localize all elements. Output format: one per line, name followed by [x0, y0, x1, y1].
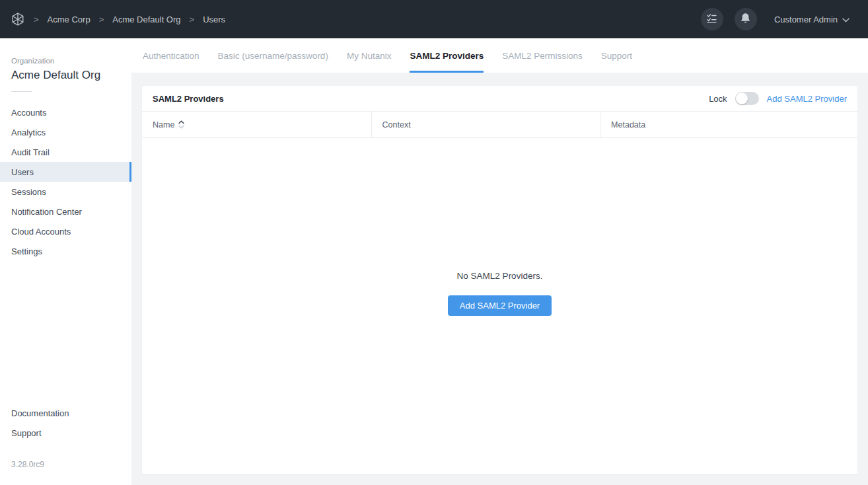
tab-basic[interactable]: Basic (username/password) — [218, 38, 328, 73]
tab-label: SAML2 Providers — [410, 51, 484, 61]
column-label: Context — [382, 120, 411, 130]
tab-saml2-permissions[interactable]: SAML2 Permissions — [502, 38, 583, 73]
topbar-actions: Customer Admin — [690, 8, 850, 30]
sidebar-item-label: Audit Trail — [11, 147, 50, 157]
tab-label: Authentication — [143, 51, 199, 61]
breadcrumb: > Acme Corp > Acme Default Org > Users — [11, 12, 225, 26]
toggle-knob — [736, 93, 748, 104]
tab-authentication[interactable]: Authentication — [143, 38, 199, 73]
sidebar-item-users[interactable]: Users — [0, 162, 131, 182]
sidebar-item-label: Support — [11, 428, 42, 438]
saml2-providers-panel: SAML2 Providers Lock Add SAML2 Provider … — [142, 86, 857, 474]
sidebar-nav: Accounts Analytics Audit Trail Users Ses… — [0, 102, 131, 261]
tab-support[interactable]: Support — [601, 38, 632, 73]
org-name: Acme Default Org — [0, 69, 131, 82]
panel-title: SAML2 Providers — [153, 94, 224, 104]
sidebar-item-cloud-accounts[interactable]: Cloud Accounts — [0, 221, 131, 241]
chevron-down-icon — [842, 15, 850, 24]
tab-label: SAML2 Permissions — [502, 51, 583, 61]
tasks-button[interactable] — [701, 8, 723, 30]
column-header-context: Context — [371, 112, 600, 137]
sidebar-item-accounts[interactable]: Accounts — [0, 102, 131, 122]
empty-state: No SAML2 Providers. Add SAML2 Provider — [142, 138, 857, 474]
sidebar-item-label: Analytics — [11, 128, 46, 137]
tab-my-nutanix[interactable]: My Nutanix — [347, 38, 392, 73]
sidebar-divider — [11, 91, 32, 92]
sidebar-item-label: Accounts — [11, 108, 46, 118]
column-label: Name — [153, 120, 174, 130]
sidebar-spacer — [0, 261, 131, 403]
user-menu-label: Customer Admin — [774, 15, 838, 24]
breadcrumb-separator: > — [99, 15, 104, 24]
content-area: Authentication Basic (username/password)… — [131, 38, 868, 485]
table-header-row: Name Context Metadata — [142, 112, 857, 138]
breadcrumb-separator: > — [34, 15, 39, 24]
breadcrumb-separator: > — [190, 15, 195, 24]
column-label: Metadata — [611, 120, 645, 130]
version-label: 3.28.0rc9 — [0, 460, 131, 485]
sidebar-item-settings[interactable]: Settings — [0, 241, 131, 261]
sidebar-footer: Documentation Support — [0, 403, 131, 443]
tab-label: Support — [601, 51, 632, 61]
sidebar-item-audit-trail[interactable]: Audit Trail — [0, 142, 131, 162]
org-section-label: Organization — [0, 57, 131, 65]
notifications-button[interactable] — [735, 8, 757, 30]
sidebar-item-label: Settings — [11, 246, 42, 256]
lock-toggle[interactable] — [735, 92, 759, 105]
tab-label: Basic (username/password) — [218, 51, 328, 61]
column-header-metadata: Metadata — [600, 112, 857, 137]
add-saml2-provider-button[interactable]: Add SAML2 Provider — [448, 295, 552, 316]
sort-icon — [178, 120, 184, 129]
app-logo-icon[interactable] — [11, 12, 25, 26]
sidebar-item-notification-center[interactable]: Notification Center — [0, 202, 131, 221]
add-saml2-provider-link[interactable]: Add SAML2 Provider — [767, 94, 847, 104]
sidebar-item-label: Users — [11, 167, 34, 177]
column-header-name[interactable]: Name — [142, 112, 371, 137]
tab-bar: Authentication Basic (username/password)… — [131, 38, 868, 73]
tab-saml2-providers[interactable]: SAML2 Providers — [410, 38, 484, 73]
lock-label: Lock — [709, 94, 727, 104]
app-body: Organization Acme Default Org Accounts A… — [0, 38, 868, 485]
tab-label: My Nutanix — [347, 51, 392, 61]
sidebar-item-label: Sessions — [11, 187, 46, 197]
sidebar-item-analytics[interactable]: Analytics — [0, 122, 131, 142]
user-menu[interactable]: Customer Admin — [774, 15, 850, 24]
sidebar-item-label: Cloud Accounts — [11, 227, 71, 237]
sidebar: Organization Acme Default Org Accounts A… — [0, 38, 131, 485]
sidebar-item-label: Documentation — [11, 408, 69, 418]
breadcrumb-item-acme-default-org[interactable]: Acme Default Org — [112, 15, 180, 24]
sidebar-item-label: Notification Center — [11, 207, 82, 217]
checklist-icon — [706, 13, 717, 26]
topbar: > Acme Corp > Acme Default Org > Users — [0, 0, 868, 38]
content-scroll: SAML2 Providers Lock Add SAML2 Provider … — [131, 73, 868, 485]
breadcrumb-item-users[interactable]: Users — [203, 15, 225, 24]
sidebar-item-documentation[interactable]: Documentation — [0, 403, 131, 423]
panel-header: SAML2 Providers Lock Add SAML2 Provider — [142, 86, 857, 112]
panel-actions: Lock Add SAML2 Provider — [709, 92, 847, 105]
breadcrumb-item-acme-corp[interactable]: Acme Corp — [48, 15, 90, 24]
bell-icon — [740, 13, 751, 26]
sidebar-item-support[interactable]: Support — [0, 423, 131, 443]
empty-state-text: No SAML2 Providers. — [457, 271, 543, 281]
sidebar-item-sessions[interactable]: Sessions — [0, 182, 131, 202]
